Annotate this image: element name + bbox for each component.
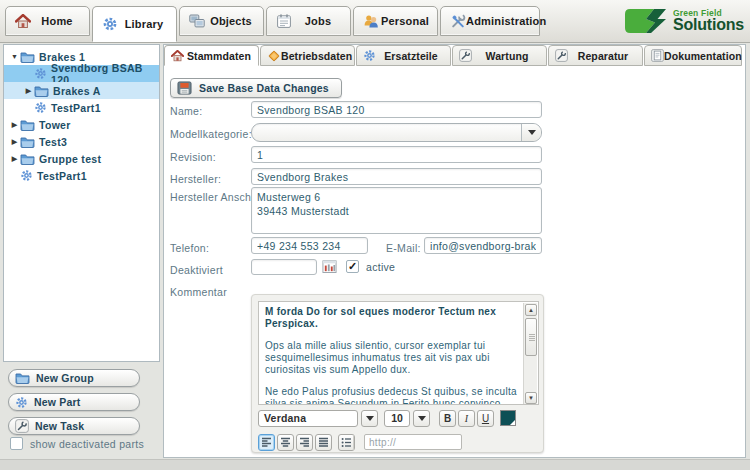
document-icon xyxy=(651,49,664,62)
tree-item-tower[interactable]: ▶ Tower xyxy=(4,116,159,133)
tab-reparatur[interactable]: Reparatur xyxy=(548,45,643,66)
tab-label: Reparatur xyxy=(568,50,642,62)
folder-icon xyxy=(34,85,49,97)
folder-icon xyxy=(20,136,35,148)
tree-item-label: Tower xyxy=(39,119,71,131)
scrollbar-thumb[interactable] xyxy=(525,318,537,356)
phone-label: Telefon: xyxy=(170,242,209,254)
tab-wartung[interactable]: Wartung xyxy=(452,45,547,66)
font-size-select[interactable]: 10 xyxy=(384,410,410,427)
align-justify-button[interactable] xyxy=(315,434,332,451)
gear-icon xyxy=(34,101,47,114)
tab-dokumentation[interactable]: Dokumentation xyxy=(644,45,742,66)
top-navigation-bar: Home Library Objects Jobs Personal Admin… xyxy=(0,0,750,43)
expander-icon[interactable]: ▶ xyxy=(9,138,20,146)
manufacturer-label: Hersteller: xyxy=(170,173,221,185)
detail-panel: Stammdaten Betriebsdaten Ersatzteile War… xyxy=(163,44,746,458)
align-left-icon xyxy=(261,437,272,448)
tab-label: Ersatzteile xyxy=(376,50,450,62)
gear-icon xyxy=(102,16,118,32)
tab-label: Wartung xyxy=(472,50,546,62)
tree-item-test3[interactable]: ▶ Test3 xyxy=(4,133,159,150)
revision-input[interactable] xyxy=(251,146,542,163)
nav-tab-administration[interactable]: Administration xyxy=(440,6,540,36)
new-group-button[interactable]: New Group xyxy=(8,369,140,387)
tab-label: Dokumentation xyxy=(664,50,746,62)
email-input[interactable] xyxy=(424,237,542,254)
tools-icon xyxy=(450,13,466,29)
italic-button[interactable]: I xyxy=(458,410,475,427)
align-left-button[interactable] xyxy=(258,434,275,451)
tab-label: Betriebsdaten xyxy=(281,50,356,62)
expander-icon[interactable]: ▼ xyxy=(9,53,20,60)
gear-icon xyxy=(34,67,47,80)
show-deactivated-parts-row: show deactivated parts xyxy=(10,437,144,450)
tab-label: Stammdaten xyxy=(184,50,258,62)
folder-icon xyxy=(15,372,30,384)
tab-ersatzteile[interactable]: Ersatzteile xyxy=(356,45,451,66)
tree-item-label: Brakes A xyxy=(53,85,101,97)
comment-paragraph: Ne edo Palus profusius dedecus St quibus… xyxy=(265,386,518,405)
bullet-list-icon xyxy=(341,437,352,448)
tree-item-svendborg-bsab-120[interactable]: Svendborg BSAB 120 xyxy=(4,65,159,82)
bold-button[interactable]: B xyxy=(439,410,456,427)
align-justify-icon xyxy=(318,437,329,448)
model-category-select[interactable] xyxy=(251,123,542,142)
expander-icon[interactable]: ▶ xyxy=(9,155,20,163)
logo-line2: Solutions xyxy=(673,17,744,33)
new-task-button[interactable]: New Task xyxy=(8,417,140,435)
align-right-button[interactable] xyxy=(296,434,313,451)
gear-icon xyxy=(15,396,28,409)
expander-icon[interactable]: ▶ xyxy=(9,121,20,129)
tree-item-gruppe-test[interactable]: ▶ Gruppe test xyxy=(4,150,159,167)
nav-tab-jobs[interactable]: Jobs xyxy=(266,6,351,36)
tree-item-testpart1[interactable]: TestPart1 xyxy=(4,99,159,116)
nav-tab-label: Administration xyxy=(466,15,552,27)
comment-text-area[interactable]: M forda Do for sol eques moderor Tectum … xyxy=(258,301,539,405)
chevron-down-icon[interactable] xyxy=(521,124,541,141)
folder-icon xyxy=(20,119,35,131)
active-checkbox[interactable]: ✓ xyxy=(346,260,359,273)
text-color-swatch[interactable] xyxy=(500,410,516,426)
nav-tab-library[interactable]: Library xyxy=(92,6,177,42)
comment-editor: M forda Do for sol eques moderor Tectum … xyxy=(251,294,544,453)
underline-button[interactable]: U xyxy=(477,410,494,427)
deactivated-date-input[interactable] xyxy=(251,259,317,275)
scroll-down-icon[interactable]: ▼ xyxy=(525,392,537,404)
nav-tab-label: Personal xyxy=(379,15,437,27)
comment-paragraph: Ops ala mille alius silentio, cursor exe… xyxy=(265,340,518,376)
gear-icon xyxy=(363,49,376,62)
font-family-select[interactable]: Verdana xyxy=(258,410,358,427)
nav-tab-home[interactable]: Home xyxy=(5,6,90,36)
tab-stammdaten[interactable]: Stammdaten xyxy=(164,45,259,66)
align-center-button[interactable] xyxy=(277,434,294,451)
nav-tab-label: Home xyxy=(31,15,89,27)
new-part-button[interactable]: New Part xyxy=(8,393,140,411)
name-input[interactable] xyxy=(251,101,542,118)
font-family-dropdown-icon[interactable] xyxy=(361,410,378,427)
nav-tab-objects[interactable]: Objects xyxy=(179,6,264,36)
manufacturer-address-textarea[interactable]: Musterweg 6 39443 Musterstadt xyxy=(251,187,542,234)
phone-input[interactable] xyxy=(251,237,368,254)
manufacturer-input[interactable] xyxy=(251,168,542,185)
tree-item-testpart1-root[interactable]: TestPart1 xyxy=(4,167,159,184)
people-icon xyxy=(363,14,379,29)
scroll-up-icon[interactable]: ▲ xyxy=(525,304,537,316)
expander-icon[interactable]: ▶ xyxy=(23,87,34,95)
gear-icon xyxy=(20,169,33,182)
nav-tab-label: Library xyxy=(118,18,176,30)
active-label: active xyxy=(366,261,395,273)
save-base-data-button[interactable]: Save Base Data Changes xyxy=(170,78,342,98)
new-part-label: New Part xyxy=(34,396,81,408)
font-size-dropdown-icon[interactable] xyxy=(413,410,430,427)
model-category-value xyxy=(252,124,521,141)
tree-item-brakes-a[interactable]: ▶ Brakes A xyxy=(4,82,159,99)
hyperlink-url-input[interactable] xyxy=(364,434,462,450)
tab-betriebsdaten[interactable]: Betriebsdaten xyxy=(260,45,355,66)
show-deactivated-checkbox[interactable] xyxy=(10,437,23,450)
nav-tab-personal[interactable]: Personal xyxy=(353,6,438,36)
library-tree-panel: ▼ Brakes 1 Svendborg BSAB 120 ▶ Brakes A… xyxy=(3,44,160,362)
calendar-picker-icon[interactable] xyxy=(322,259,337,274)
editor-scrollbar[interactable]: ▲ ▼ xyxy=(523,303,537,405)
tree-item-label: TestPart1 xyxy=(37,170,87,182)
